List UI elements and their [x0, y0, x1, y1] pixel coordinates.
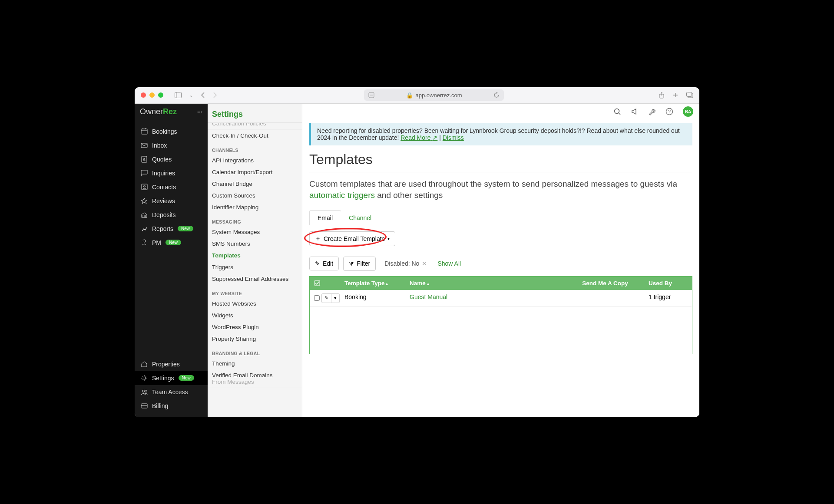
- template-name-link[interactable]: Guest Manual: [410, 293, 447, 300]
- primary-nav: OwnerRez ≡‹ BookingsInbox$QuotesInquirie…: [135, 104, 208, 417]
- nav-item-settings[interactable]: SettingsNew: [135, 371, 208, 385]
- subnav-item[interactable]: Channel Bridge: [208, 178, 302, 190]
- page-title: Templates: [309, 152, 692, 168]
- refresh-icon[interactable]: [493, 92, 500, 98]
- sidebar-toggle-icon[interactable]: [175, 92, 182, 98]
- svg-line-22: [619, 113, 620, 115]
- show-all-link[interactable]: Show All: [437, 260, 461, 267]
- minimize-window-button[interactable]: [149, 92, 155, 98]
- cell-type: Booking: [340, 290, 405, 306]
- reviews-icon: [141, 198, 148, 204]
- properties-icon: [141, 361, 148, 367]
- nav-label: PM: [152, 239, 161, 246]
- inquiries-icon: [141, 170, 148, 176]
- subnav-item[interactable]: System Messages: [208, 226, 302, 238]
- avatar[interactable]: BA: [683, 106, 693, 117]
- row-checkbox[interactable]: [314, 295, 320, 301]
- automatic-triggers-link[interactable]: automatic triggers: [309, 191, 375, 200]
- nav-item-pm[interactable]: PMNew: [135, 236, 208, 250]
- col-template-type[interactable]: Template Type: [340, 277, 405, 290]
- subnav-item[interactable]: Identifier Mapping: [208, 201, 302, 213]
- traffic-lights: [141, 92, 163, 98]
- subnav-item[interactable]: Theming: [208, 358, 302, 369]
- subnav-item[interactable]: Custom Sources: [208, 190, 302, 201]
- filter-button[interactable]: ⧩Filter: [343, 257, 376, 271]
- tabs-overview-icon[interactable]: [686, 92, 693, 98]
- subnav-item[interactable]: Templates: [208, 250, 302, 261]
- svg-rect-19: [141, 404, 147, 408]
- subnav-item[interactable]: Widgets: [208, 310, 302, 321]
- plus-icon: ＋: [315, 235, 321, 243]
- nav-item-quotes[interactable]: $Quotes: [135, 152, 208, 166]
- col-send-copy[interactable]: Send Me A Copy: [566, 277, 644, 290]
- nav-item-deposits[interactable]: Deposits: [135, 208, 208, 222]
- search-icon[interactable]: [613, 108, 621, 115]
- row-edit-menu[interactable]: ✎▾: [321, 293, 340, 303]
- announcements-icon[interactable]: [631, 108, 639, 115]
- clear-filter-icon[interactable]: ✕: [422, 260, 427, 267]
- nav-item-billing[interactable]: Billing: [135, 399, 208, 413]
- tools-icon[interactable]: [648, 108, 656, 115]
- subnav-item[interactable]: Property Sharing: [208, 333, 302, 345]
- col-used-by[interactable]: Used By: [644, 277, 692, 290]
- subnav-item[interactable]: API Integrations: [208, 155, 302, 166]
- chevron-down-icon[interactable]: ⌄: [189, 93, 193, 98]
- col-name[interactable]: Name: [405, 277, 566, 290]
- forward-button[interactable]: [213, 92, 217, 98]
- billing-icon: [141, 403, 148, 408]
- contacts-icon: [141, 184, 148, 190]
- edit-button[interactable]: ✎Edit: [309, 257, 339, 270]
- tab-channel[interactable]: Channel: [341, 210, 380, 225]
- new-tab-icon[interactable]: [672, 92, 678, 98]
- nav-label: Billing: [152, 402, 168, 409]
- nav-item-contacts[interactable]: Contacts: [135, 180, 208, 194]
- maximize-window-button[interactable]: [158, 92, 163, 98]
- help-icon[interactable]: ?: [665, 108, 673, 115]
- address-bar[interactable]: 🔒 app.ownerrez.com: [364, 89, 504, 101]
- subnav-item[interactable]: Check-In / Check-Out: [208, 130, 302, 142]
- top-toolbar: ? BA: [302, 104, 699, 120]
- new-badge: New: [178, 226, 193, 231]
- nav-item-inquiries[interactable]: Inquiries: [135, 166, 208, 180]
- nav-label: Properties: [152, 361, 180, 368]
- create-email-template-button[interactable]: ＋ Create Email Template ▾: [309, 231, 395, 246]
- nav-label: Inquiries: [152, 170, 175, 177]
- subnav-item[interactable]: From Messages: [208, 379, 302, 388]
- subnav-group-header: MESSAGING: [208, 213, 302, 226]
- info-banner: Need reporting for disabled properties? …: [309, 123, 692, 145]
- svg-point-14: [143, 185, 145, 187]
- nav-label: Bookings: [152, 128, 177, 135]
- subnav-title: Settings: [208, 104, 302, 123]
- subnav-item[interactable]: Triggers: [208, 261, 302, 273]
- pencil-icon: ✎: [322, 294, 331, 303]
- share-icon[interactable]: [659, 92, 665, 99]
- nav-item-reports[interactable]: ReportsNew: [135, 222, 208, 236]
- banner-read-more-link[interactable]: Read More ↗: [400, 134, 437, 141]
- nav-item-team[interactable]: Team Access: [135, 385, 208, 399]
- svg-point-17: [142, 390, 145, 392]
- subnav-item[interactable]: SMS Numbers: [208, 238, 302, 250]
- svg-point-16: [143, 377, 146, 379]
- cell-used-by: 1 trigger: [644, 290, 692, 306]
- subnav-item[interactable]: Calendar Import/Export: [208, 166, 302, 178]
- select-all-header[interactable]: [310, 277, 340, 290]
- subnav-item[interactable]: Suppressed Email Addresses: [208, 273, 302, 285]
- back-button[interactable]: [201, 92, 205, 98]
- caret-down-icon: ▾: [387, 236, 390, 241]
- nav-item-bookings[interactable]: Bookings: [135, 125, 208, 138]
- nav-item-inbox[interactable]: Inbox: [135, 138, 208, 152]
- banner-dismiss-link[interactable]: Dismiss: [443, 134, 464, 141]
- close-window-button[interactable]: [141, 92, 146, 98]
- brand[interactable]: OwnerRez ≡‹: [135, 104, 208, 120]
- nav-item-properties[interactable]: Properties: [135, 357, 208, 371]
- subnav-group-header: CHANNELS: [208, 142, 302, 155]
- menu-collapse-icon[interactable]: ≡‹: [197, 109, 202, 115]
- new-badge: New: [165, 240, 181, 245]
- shield-icon: [368, 92, 374, 98]
- subnav-item[interactable]: Hosted Websites: [208, 298, 302, 310]
- nav-item-reviews[interactable]: Reviews: [135, 194, 208, 208]
- subnav-item[interactable]: WordPress Plugin: [208, 321, 302, 333]
- tab-email[interactable]: Email: [309, 210, 341, 225]
- svg-point-18: [145, 390, 147, 392]
- caret-down-icon: ▾: [331, 294, 339, 303]
